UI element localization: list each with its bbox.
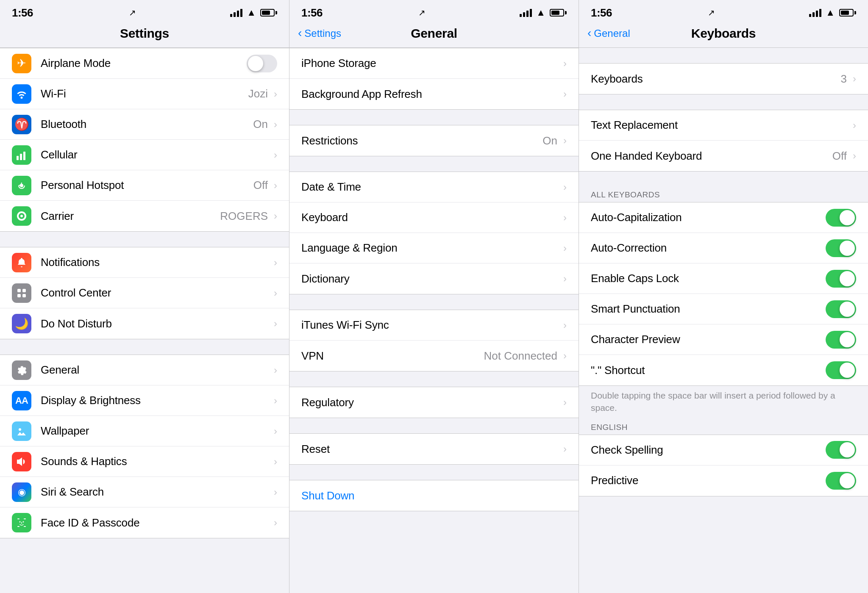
itunes-wifi-sync-row[interactable]: iTunes Wi-Fi Sync › xyxy=(289,310,579,341)
do-not-disturb-chevron: › xyxy=(274,318,277,330)
character-preview-toggle[interactable] xyxy=(826,331,856,349)
predictive-toggle[interactable] xyxy=(826,472,856,490)
period-shortcut-row[interactable]: "." Shortcut xyxy=(579,355,868,385)
smart-punctuation-toggle[interactable] xyxy=(826,300,856,318)
svg-rect-1 xyxy=(20,154,22,160)
iphone-storage-label: iPhone Storage xyxy=(301,57,562,70)
keyboards-count-label: Keyboards xyxy=(591,72,841,86)
reset-chevron: › xyxy=(563,443,567,455)
language-region-chevron: › xyxy=(563,242,567,254)
wifi-status-icon-3: ▲ xyxy=(826,7,835,18)
period-description: Double tapping the space bar will insert… xyxy=(579,386,868,419)
back-chevron-general: ‹ xyxy=(298,27,302,39)
auto-capitalization-row[interactable]: Auto-Capitalization xyxy=(579,202,868,233)
restrictions-label: Restrictions xyxy=(301,134,542,147)
reset-row[interactable]: Reset › xyxy=(289,434,579,464)
back-chevron-keyboards: ‹ xyxy=(587,27,591,39)
back-button-general[interactable]: ‹ Settings xyxy=(298,28,341,39)
predictive-row[interactable]: Predictive xyxy=(579,466,868,496)
notifications-row[interactable]: Notifications › xyxy=(0,247,289,278)
general-icon xyxy=(12,360,31,380)
back-button-keyboards[interactable]: ‹ General xyxy=(587,28,630,39)
screen-settings: 1:56 ↗ ▲ Settings xyxy=(0,0,289,593)
wifi-row[interactable]: Wi-Fi Jozi › xyxy=(0,79,289,109)
itunes-chevron: › xyxy=(563,319,567,331)
personal-hotspot-row[interactable]: Personal Hotspot Off › xyxy=(0,170,289,201)
gap-g1 xyxy=(289,110,579,125)
itunes-wifi-sync-label: iTunes Wi-Fi Sync xyxy=(301,319,562,332)
one-handed-keyboard-row[interactable]: One Handed Keyboard Off › xyxy=(579,141,868,171)
itunes-section: iTunes Wi-Fi Sync › VPN Not Connected › xyxy=(289,310,579,371)
svg-rect-5 xyxy=(17,289,21,292)
face-id-row[interactable]: Face ID & Passcode › xyxy=(0,507,289,538)
airplane-mode-row[interactable]: ✈ Airplane Mode xyxy=(0,48,289,79)
carrier-row[interactable]: Carrier ROGERS › xyxy=(0,201,289,231)
airplane-mode-icon: ✈ xyxy=(12,54,31,73)
general-row[interactable]: General › xyxy=(0,355,289,385)
siri-search-row[interactable]: ◉ Siri & Search › xyxy=(0,477,289,507)
general-chevron: › xyxy=(274,364,277,376)
wifi-status-icon-1: ▲ xyxy=(247,7,256,18)
enable-caps-lock-row[interactable]: Enable Caps Lock xyxy=(579,263,868,294)
control-center-row[interactable]: Control Center › xyxy=(0,278,289,308)
regulatory-label: Regulatory xyxy=(301,396,562,409)
status-icons-3: ▲ xyxy=(809,7,856,18)
wallpaper-icon xyxy=(12,421,31,441)
date-time-row[interactable]: Date & Time › xyxy=(289,172,579,202)
check-spelling-row[interactable]: Check Spelling xyxy=(579,435,868,466)
do-not-disturb-label: Do Not Disturb xyxy=(41,317,272,330)
restrictions-section: Restrictions On › xyxy=(289,125,579,156)
sounds-haptics-row[interactable]: Sounds & Haptics › xyxy=(0,446,289,477)
enable-caps-lock-toggle[interactable] xyxy=(826,270,856,288)
bluetooth-row[interactable]: ♈ Bluetooth On › xyxy=(0,109,289,140)
display-brightness-row[interactable]: AA Display & Brightness › xyxy=(0,385,289,416)
period-shortcut-toggle[interactable] xyxy=(826,361,856,379)
display-brightness-chevron: › xyxy=(274,395,277,407)
siri-search-icon: ◉ xyxy=(12,482,31,502)
language-region-row[interactable]: Language & Region › xyxy=(289,233,579,263)
airplane-mode-toggle[interactable] xyxy=(247,55,277,72)
auto-correction-toggle[interactable] xyxy=(826,239,856,257)
text-replacement-row[interactable]: Text Replacement › xyxy=(579,110,868,141)
regulatory-chevron: › xyxy=(563,396,567,408)
nav-header-1: Settings xyxy=(0,23,289,48)
regulatory-row[interactable]: Regulatory › xyxy=(289,387,579,418)
svg-point-14 xyxy=(19,521,21,523)
dictionary-row[interactable]: Dictionary › xyxy=(289,263,579,294)
shut-down-row[interactable]: Shut Down xyxy=(289,480,579,511)
bluetooth-value: On xyxy=(253,118,268,131)
iphone-storage-row[interactable]: iPhone Storage › xyxy=(289,48,579,79)
auto-capitalization-label: Auto-Capitalization xyxy=(591,211,822,224)
restrictions-row[interactable]: Restrictions On › xyxy=(289,125,579,156)
all-keyboards-header: ALL KEYBOARDS xyxy=(579,187,868,202)
auto-correction-row[interactable]: Auto-Correction xyxy=(579,233,868,263)
settings-scroll[interactable]: ✈ Airplane Mode Wi-Fi Jozi › xyxy=(0,48,289,593)
character-preview-row[interactable]: Character Preview xyxy=(579,324,868,355)
keyboards-scroll[interactable]: Keyboards 3 › Text Replacement › One Han… xyxy=(579,48,868,593)
general-scroll[interactable]: iPhone Storage › Background App Refresh … xyxy=(289,48,579,593)
keyboards-list-section: Keyboards 3 › xyxy=(579,63,868,94)
do-not-disturb-row[interactable]: 🌙 Do Not Disturb › xyxy=(0,308,289,339)
status-time-3: 1:56 xyxy=(591,6,612,19)
background-app-refresh-row[interactable]: Background App Refresh › xyxy=(289,79,579,109)
text-replacement-chevron: › xyxy=(853,119,856,131)
svg-rect-7 xyxy=(17,294,21,297)
screens-container: 1:56 ↗ ▲ Settings xyxy=(0,0,868,593)
vpn-row[interactable]: VPN Not Connected › xyxy=(289,341,579,371)
wifi-label: Wi-Fi xyxy=(41,87,248,100)
screen-general: 1:56 ↗ ▲ ‹ Settings Gen xyxy=(289,0,579,593)
personal-hotspot-value: Off xyxy=(253,179,268,192)
shutdown-section: Shut Down xyxy=(289,480,579,511)
smart-punctuation-row[interactable]: Smart Punctuation xyxy=(579,294,868,324)
cellular-icon xyxy=(12,145,31,165)
keyboards-count-row[interactable]: Keyboards 3 › xyxy=(579,64,868,94)
auto-capitalization-toggle[interactable] xyxy=(826,209,856,227)
cellular-row[interactable]: Cellular › xyxy=(0,140,289,170)
display-brightness-icon: AA xyxy=(12,391,31,410)
display-brightness-label: Display & Brightness xyxy=(41,394,272,407)
check-spelling-toggle[interactable] xyxy=(826,441,856,459)
keyboard-row[interactable]: Keyboard › xyxy=(289,202,579,233)
status-bar-2: 1:56 ↗ ▲ xyxy=(289,0,579,23)
wallpaper-row[interactable]: Wallpaper › xyxy=(0,416,289,446)
general-label: General xyxy=(41,363,272,377)
